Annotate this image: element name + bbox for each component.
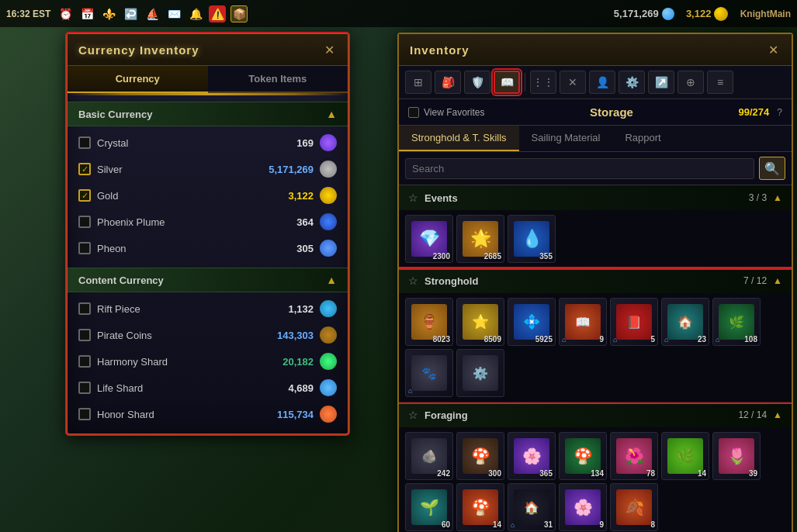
return-icon[interactable]: ↩️: [122, 5, 139, 22]
foraging-item-3-count: 365: [539, 469, 553, 478]
item-slot[interactable]: 🍄 134: [559, 432, 607, 480]
ship-icon[interactable]: ⛵: [144, 5, 161, 22]
item-slot[interactable]: 🍄 300: [456, 432, 504, 480]
event-item-3-count: 355: [539, 252, 553, 261]
search-input[interactable]: [405, 158, 754, 179]
inventory-content: ☆ Events 3 / 3 ▲ 💎 2300 🌟 2685 💧 355: [399, 185, 792, 532]
grid-icon-btn[interactable]: ⊞: [405, 71, 431, 94]
bell-icon[interactable]: 🔔: [187, 5, 204, 22]
storage-help-icon[interactable]: ?: [777, 107, 782, 118]
calendar-icon[interactable]: 📅: [78, 5, 95, 22]
basic-currency-arrow: ▲: [326, 108, 337, 120]
phoenix-checkbox[interactable]: [78, 216, 91, 228]
gold-amount: 3,122: [251, 190, 314, 202]
content-currency-arrow: ▲: [326, 274, 337, 286]
sub-tab-sailing[interactable]: Sailing Material: [519, 126, 613, 151]
alert-icon[interactable]: ⚠️: [209, 5, 226, 22]
menu-icon[interactable]: ⏰: [57, 5, 74, 22]
life-checkbox[interactable]: [78, 382, 91, 394]
item-slot[interactable]: 💠 5925: [508, 298, 556, 346]
hud-gold-value: 3,122: [686, 8, 712, 19]
stronghold-item-5-home: ⌂: [613, 336, 617, 344]
harmony-checkbox[interactable]: [78, 355, 91, 368]
bag-icon-btn[interactable]: 🎒: [435, 71, 461, 94]
item-slot[interactable]: 🌷 39: [712, 432, 761, 480]
item-slot[interactable]: 🌿 14: [661, 432, 709, 480]
events-star[interactable]: ☆: [408, 192, 418, 204]
item-slot[interactable]: ⚙️: [456, 349, 504, 397]
shield-icon-btn[interactable]: 🛡️: [464, 71, 490, 94]
item-slot[interactable]: 🏠 31 ⌂: [508, 483, 556, 531]
foraging-star[interactable]: ☆: [408, 409, 418, 421]
wings-icon[interactable]: ⚜️: [100, 5, 117, 22]
item-slot[interactable]: 🌺 78: [610, 432, 658, 480]
events-section-arrow: ▲: [773, 192, 782, 203]
menu-icon-btn[interactable]: ≡: [707, 71, 733, 94]
item-slot[interactable]: 🌱 60: [405, 483, 453, 531]
honor-icon: [320, 406, 337, 423]
gold-checkbox[interactable]: [78, 189, 91, 202]
item-slot[interactable]: 🌸 365: [508, 432, 556, 480]
foraging-item-10-count: 31: [544, 520, 553, 529]
chest-icon[interactable]: 📦: [230, 5, 248, 22]
event-item-1-count: 2300: [433, 252, 450, 261]
stronghold-section-header[interactable]: ☆ Stronghold 7 / 12 ▲: [399, 268, 792, 293]
content-currency-title: Content Currency: [78, 275, 164, 286]
extra-icon-btn[interactable]: ⊕: [677, 71, 704, 94]
events-section-header[interactable]: ☆ Events 3 / 3 ▲: [399, 185, 792, 210]
gear-icon-btn[interactable]: ⚙️: [619, 71, 645, 94]
view-favorites[interactable]: View Favorites: [408, 107, 484, 118]
item-slot[interactable]: 🍄 14: [456, 483, 504, 531]
stronghold-item-6-home: ⌂: [664, 336, 668, 344]
sub-tab-stronghold[interactable]: Stronghold & T. Skills: [399, 126, 519, 151]
favorites-checkbox[interactable]: [408, 107, 419, 118]
pheon-checkbox[interactable]: [78, 242, 91, 254]
hud-currency: 5,171,269 3,122 KnightMain: [614, 7, 791, 21]
search-button[interactable]: 🔍: [759, 157, 785, 180]
crystal-checkbox[interactable]: [78, 136, 91, 149]
silver-checkbox[interactable]: [78, 163, 91, 175]
item-slot[interactable]: ⭐ 8509: [456, 298, 504, 346]
rift-checkbox[interactable]: [78, 302, 91, 315]
item-slot[interactable]: 🌟 2685: [456, 215, 504, 263]
item-slot[interactable]: 🪨 242: [405, 432, 453, 480]
person-icon-btn[interactable]: 👤: [589, 71, 615, 94]
item-slot[interactable]: 💎 2300: [405, 215, 453, 263]
content-currency-header[interactable]: Content Currency ▲: [68, 268, 348, 292]
sub-tab-rapport[interactable]: Rapport: [612, 126, 673, 151]
basic-currency-header[interactable]: Basic Currency ▲: [68, 102, 348, 126]
item-slot[interactable]: 🍂 8: [610, 483, 658, 531]
stronghold-item-8-icon: 🐾: [411, 355, 447, 391]
currency-item-harmony: Harmony Shard 20,182: [68, 348, 348, 375]
currency-close-button[interactable]: ✕: [321, 42, 337, 57]
foraging-item-8-count: 60: [442, 520, 450, 529]
tab-token-items[interactable]: Token Items: [208, 66, 348, 92]
dots-icon-btn[interactable]: ⋮⋮: [530, 71, 556, 94]
crystal-amount: 169: [251, 137, 314, 149]
honor-checkbox[interactable]: [78, 408, 91, 420]
stronghold-item-4-count: 9: [599, 335, 604, 344]
tab-currency[interactable]: Currency: [68, 66, 208, 92]
stronghold-item-7-count: 108: [744, 335, 757, 344]
item-slot[interactable]: 🌸 9: [559, 483, 607, 531]
x-icon-btn[interactable]: ✕: [560, 71, 586, 94]
hud-icons: ⏰ 📅 ⚜️ ↩️ ⛵ ✉️ 🔔 ⚠️ 📦: [57, 5, 248, 22]
mail-icon[interactable]: ✉️: [165, 5, 182, 22]
pirate-icon: [320, 326, 337, 344]
item-slot[interactable]: 📕 5 ⌂: [610, 298, 658, 346]
inventory-close-button[interactable]: ✕: [765, 42, 781, 57]
item-slot[interactable]: 💧 355: [508, 215, 556, 263]
stronghold-star[interactable]: ☆: [408, 275, 418, 287]
item-slot[interactable]: 🐾 ⌂: [405, 349, 453, 397]
foraging-section-header[interactable]: ☆ Foraging 12 / 14 ▲: [399, 402, 792, 427]
book-icon-btn[interactable]: 📖: [494, 71, 520, 94]
item-slot[interactable]: 🌿 108 ⌂: [712, 298, 761, 346]
storage-count: 99/274: [739, 106, 770, 118]
silver-amount: 5,171,269: [251, 164, 314, 175]
phoenix-amount: 364: [251, 216, 314, 228]
pirate-checkbox[interactable]: [78, 329, 91, 341]
item-slot[interactable]: 🏺 8023: [405, 298, 453, 346]
arrow-icon-btn[interactable]: ↗️: [648, 71, 674, 94]
item-slot[interactable]: 🏠 23 ⌂: [661, 298, 709, 346]
item-slot[interactable]: 📖 9 ⌂: [559, 298, 607, 346]
